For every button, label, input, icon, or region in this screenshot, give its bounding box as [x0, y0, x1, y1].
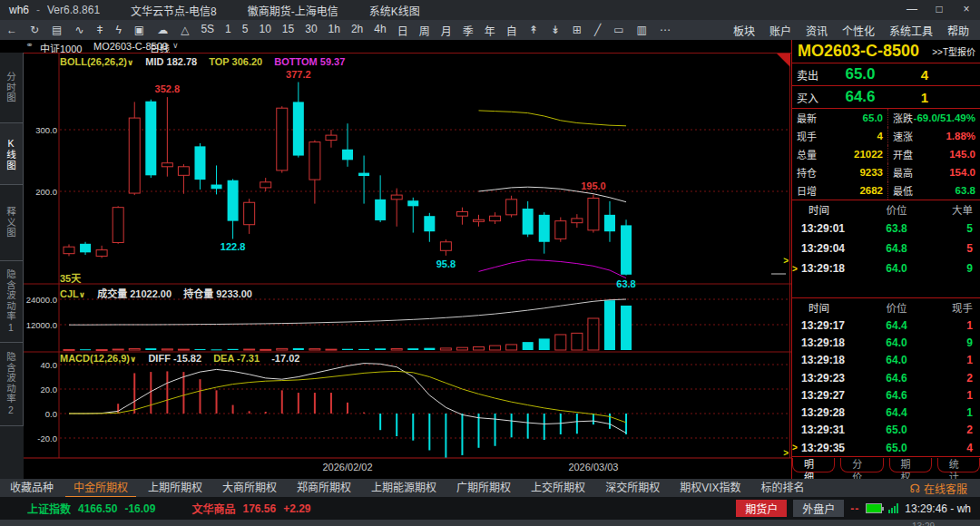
alarm-bell-icon[interactable]: △	[181, 20, 189, 40]
lightning-icon[interactable]: ϟ	[115, 20, 121, 40]
period-dropdown-icon[interactable]: ∨	[172, 41, 179, 50]
layout-icon[interactable]: ▥	[637, 20, 647, 40]
refresh-icon[interactable]: ↻	[30, 20, 39, 40]
exchange-tab-收藏品种[interactable]: 收藏品种	[2, 478, 62, 498]
exchange-tab-深交所期权[interactable]: 深交所期权	[597, 478, 668, 498]
tab-price-dist[interactable]: 分价	[840, 458, 883, 472]
bid-qty: 1	[893, 90, 956, 105]
period-年[interactable]: 年	[485, 23, 495, 38]
exchange-tab-中金所期权[interactable]: 中金所期权	[65, 478, 136, 498]
close-button[interactable]: ×	[953, 0, 980, 20]
menu-帮助[interactable]: 帮助	[947, 23, 969, 38]
ask-label: 卖出	[797, 67, 828, 83]
chart-mode-tab-释义图[interactable]: 释义图	[0, 185, 24, 261]
wh-commodity-label[interactable]: 文华商品	[191, 501, 235, 516]
back-icon[interactable]: ←	[6, 20, 17, 40]
titlebar-layout-tab[interactable]: 系统K线图	[369, 3, 420, 18]
table-row[interactable]: 13:29:04 64.8 5	[792, 239, 980, 258]
futures-account-button[interactable]: 期货户	[736, 500, 787, 517]
big-order-table: 时间 价位 大单 13:29:01 63.8 5 13:29:04 64.8 5	[792, 200, 980, 298]
period-月[interactable]: 月	[441, 23, 452, 38]
expand-down-icon[interactable]: ↡	[551, 20, 560, 40]
minimize-button[interactable]: —	[898, 0, 926, 20]
cjl-dropdown-icon[interactable]: ∨	[79, 290, 85, 299]
period-10[interactable]: 10	[259, 23, 270, 38]
chart-mode-tab-K线图[interactable]: K线图	[0, 123, 24, 185]
line-chart-icon[interactable]: ∿	[74, 20, 83, 40]
menu-账户[interactable]: 账户	[769, 23, 791, 38]
menu-资讯[interactable]: 资讯	[806, 23, 828, 38]
titlebar-node-tab[interactable]: 文华云节点-电信8	[131, 3, 217, 18]
period-日[interactable]: 日	[397, 23, 408, 38]
maximize-button[interactable]: □	[926, 0, 953, 20]
chart-mode-tab-隐含波动率1[interactable]: 隐含波动率1	[0, 261, 24, 343]
main-toolbar: ←↻▤∿ǂϟ▣☁△ 5S151015301h2h4h日周月季年自 ↟↡⊞╱▭▥⋯…	[0, 20, 980, 40]
table-row[interactable]: 13:29:27 64.6 1	[792, 386, 980, 404]
table-row[interactable]: 13:29:31 65.0 2	[792, 422, 980, 439]
period-周[interactable]: 周	[419, 23, 430, 38]
kline-chart-svg[interactable]: 300.0200.024000.012000.040.020.00.0-20.0…	[24, 53, 791, 479]
rectangle-tool-icon[interactable]: ▭	[613, 20, 623, 40]
period-自[interactable]: 自	[506, 23, 517, 38]
period-15[interactable]: 15	[282, 23, 294, 38]
menu-板块[interactable]: 板块	[733, 23, 755, 38]
online-service-button[interactable]: ☊ 在线客服	[909, 481, 967, 496]
table-row[interactable]: 13:29:18 64.0 1	[792, 352, 980, 369]
t-quote-link[interactable]: >>T型报价	[932, 44, 975, 58]
kline-window-icon[interactable]: ▣	[134, 20, 144, 40]
exchange-tab-期权VIX指数[interactable]: 期权VIX指数	[671, 478, 749, 498]
tab-options[interactable]: 期权	[889, 458, 932, 472]
candlestick-icon[interactable]: ǂ	[96, 20, 103, 40]
period-4h[interactable]: 4h	[374, 23, 386, 38]
add-pane-icon[interactable]: ⊞	[573, 20, 582, 40]
tab-stats[interactable]: 统计	[937, 458, 980, 472]
period-5S[interactable]: 5S	[201, 23, 214, 38]
exchange-tab-广期所期权[interactable]: 广期所期权	[448, 478, 519, 498]
foreign-account-button[interactable]: 外盘户	[793, 500, 844, 517]
ask-row[interactable]: 卖出 65.0 4	[792, 63, 980, 86]
table-row[interactable]: 13:29:18 64.0 9	[792, 334, 980, 351]
table-row[interactable]: > 13:29:35 65.0 4	[792, 439, 980, 456]
titlebar-broker-tab[interactable]: 徽商期货-上海电信	[248, 3, 338, 18]
sh-index-label[interactable]: 上证指数	[27, 501, 71, 516]
exchange-tab-大商所期权[interactable]: 大商所期权	[214, 478, 285, 498]
more-icon[interactable]: ⋯	[660, 20, 671, 40]
table-row[interactable]: 13:29:01 63.8 5	[792, 219, 980, 239]
chart-mode-tab-分时图[interactable]: 分时图	[0, 53, 24, 123]
exchange-tab-郑商所期权[interactable]: 郑商所期权	[289, 478, 359, 498]
chart-mode-tab-隐含波动率2[interactable]: 隐含波动率2	[0, 343, 24, 426]
period-30[interactable]: 30	[305, 23, 317, 38]
macd-title[interactable]: MACD(12,26,9)	[60, 353, 130, 364]
period-5[interactable]: 5	[242, 23, 249, 38]
exchange-tab-上交所期权[interactable]: 上交所期权	[523, 478, 593, 498]
table-row[interactable]: > 13:29:18 64.0 9	[792, 258, 980, 278]
link-icon[interactable]: ⚭	[25, 40, 33, 50]
trendline-tool-icon[interactable]: ╱	[594, 20, 601, 40]
cloud-download-icon[interactable]: ☁	[157, 20, 168, 40]
cjl-title[interactable]: CJL	[60, 288, 79, 299]
table-row[interactable]: 13:29:17 64.4 1	[792, 317, 980, 334]
period-1[interactable]: 1	[225, 23, 231, 38]
exchange-tab-上期能源期权[interactable]: 上期能源期权	[363, 478, 445, 498]
detail-cell: 持仓9233	[792, 163, 887, 181]
table-row[interactable]: 13:29:28 64.4 1	[792, 404, 980, 421]
period-1h[interactable]: 1h	[328, 23, 340, 38]
bid-row[interactable]: 买入 64.6 1	[792, 86, 980, 109]
period-2h[interactable]: 2h	[351, 23, 363, 38]
table-row[interactable]: 13:29:23 64.6 2	[792, 369, 980, 386]
period-季[interactable]: 季	[463, 23, 474, 38]
exchange-tab-标的排名[interactable]: 标的排名	[752, 478, 812, 498]
macd-indicator-header[interactable]: MACD(12,26,9)∨ DIFF -15.82 DEA -7.31 -17…	[60, 353, 299, 364]
exchange-tab-上期所期权[interactable]: 上期所期权	[140, 478, 211, 498]
boll-dropdown-icon[interactable]: ∨	[127, 58, 133, 67]
quote-board-icon[interactable]: ▤	[52, 20, 62, 40]
volume-indicator-header[interactable]: CJL∨ 成交量 21022.00 持仓量 9233.00	[60, 286, 252, 300]
boll-indicator-header[interactable]: BOLL(26,26,2)∨ MID 182.78 TOP 306.20 BOT…	[60, 56, 345, 67]
tab-detail[interactable]: 明细	[792, 458, 835, 472]
boll-title[interactable]: BOLL(26,26,2)	[60, 56, 127, 67]
kline-chart-area[interactable]: 300.0200.024000.012000.040.020.00.0-20.0…	[24, 53, 791, 479]
menu-个性化[interactable]: 个性化	[842, 23, 875, 38]
macd-dropdown-icon[interactable]: ∨	[130, 355, 136, 364]
collapse-up-icon[interactable]: ↟	[529, 20, 538, 40]
menu-系统工具[interactable]: 系统工具	[889, 23, 933, 38]
